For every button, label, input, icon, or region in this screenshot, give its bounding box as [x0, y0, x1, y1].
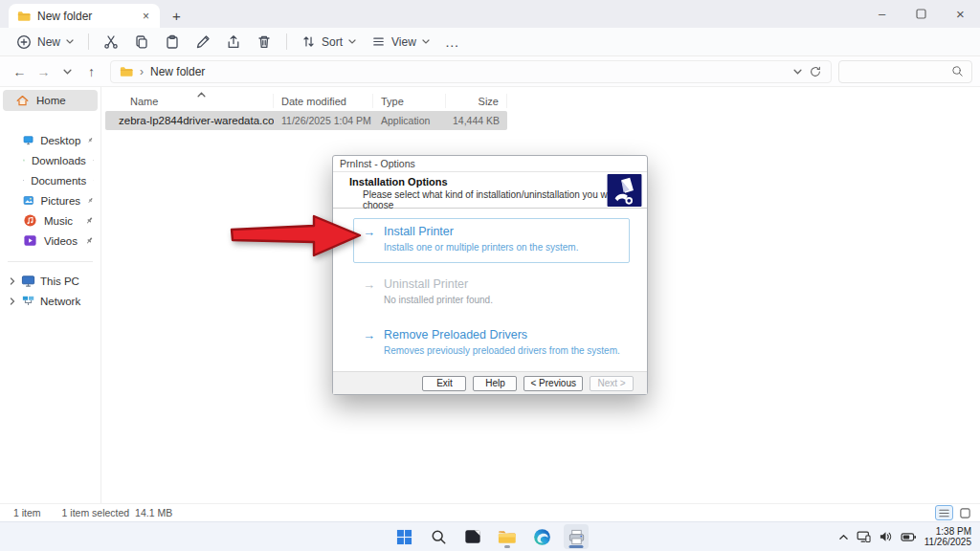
exit-button[interactable]: Exit — [422, 376, 466, 391]
sidebar-divider — [8, 261, 93, 262]
column-header-size[interactable]: Size — [446, 94, 507, 108]
sidebar-item-pictures[interactable]: Pictures — [3, 190, 98, 210]
chevron-down-icon — [348, 39, 356, 44]
taskbar-search-button[interactable] — [426, 524, 451, 549]
share-button[interactable] — [218, 31, 249, 54]
taskbar-prninst-button[interactable] — [564, 524, 589, 549]
column-header-date-modified[interactable]: Date modified — [274, 94, 373, 108]
rename-button[interactable] — [188, 31, 218, 54]
taskbar-edge-button[interactable] — [529, 524, 554, 549]
column-label: Date modified — [281, 96, 346, 107]
recent-locations-button[interactable] — [56, 59, 79, 83]
music-icon — [23, 213, 37, 228]
breadcrumb[interactable]: › New folder — [110, 60, 832, 83]
dialog-title-bar[interactable]: PrnInst - Options — [333, 156, 647, 172]
dialog-footer: Exit Help < Previous Next > — [333, 371, 647, 394]
column-header-type[interactable]: Type — [373, 94, 446, 108]
edge-browser-icon — [533, 528, 551, 546]
paste-button[interactable] — [157, 31, 188, 54]
arrow-right-icon: → — [363, 328, 375, 356]
cut-button[interactable] — [96, 31, 126, 54]
pin-icon — [87, 196, 94, 205]
sidebar-item-videos[interactable]: Videos — [3, 231, 98, 251]
file-size-cell: 14,444 KB — [446, 115, 507, 126]
more-icon: … — [445, 38, 459, 46]
plus-circle-icon — [16, 34, 32, 50]
clock-time: 1:38 PM — [924, 526, 971, 537]
battery-icon[interactable] — [901, 531, 917, 543]
option-remove-preloaded-drivers[interactable]: → Remove Preloaded Drivers Removes previ… — [363, 328, 620, 356]
display-icon[interactable] — [857, 530, 871, 543]
arrow-right-icon: → — [363, 225, 375, 253]
view-toggles — [935, 505, 974, 520]
breadcrumb-item[interactable]: New folder — [150, 65, 205, 78]
system-tray: 1:38 PM 11/26/2025 — [838, 522, 971, 551]
clock-date: 11/26/2025 — [924, 537, 971, 547]
volume-icon[interactable] — [879, 530, 893, 543]
sidebar-item-downloads[interactable]: Downloads — [3, 150, 98, 170]
back-button[interactable]: ← — [8, 59, 32, 83]
search-icon — [951, 65, 964, 77]
sidebar-item-documents[interactable]: Documents — [3, 170, 98, 190]
view-button[interactable]: View — [364, 31, 437, 53]
sidebar-item-music[interactable]: Music — [3, 210, 98, 231]
start-button[interactable] — [391, 524, 416, 549]
help-button[interactable]: Help — [473, 376, 517, 391]
previous-button[interactable]: < Previous — [523, 376, 583, 391]
chevron-down-icon — [422, 39, 430, 44]
sidebar-label: Downloads — [32, 155, 86, 166]
chevron-right-icon[interactable] — [9, 277, 16, 285]
pin-icon — [93, 156, 94, 165]
column-header-name[interactable]: Name — [105, 94, 274, 108]
new-button[interactable]: New — [9, 31, 81, 54]
arrow-right-icon: → — [363, 277, 375, 305]
address-dropdown-icon[interactable] — [793, 69, 802, 75]
up-button[interactable]: ↑ — [79, 59, 103, 83]
view-icon — [371, 34, 386, 49]
pin-icon — [93, 176, 94, 185]
delete-button[interactable] — [249, 31, 279, 54]
folder-icon — [120, 66, 133, 77]
sort-ascending-icon — [197, 92, 206, 98]
taskbar: 1:38 PM 11/26/2025 — [0, 521, 980, 551]
toolbar-divider — [286, 33, 287, 50]
maximize-button[interactable] — [902, 0, 941, 28]
share-icon — [226, 34, 241, 50]
minimize-button[interactable]: – — [862, 0, 902, 28]
large-icons-view-toggle[interactable] — [956, 505, 974, 520]
taskbar-file-explorer-button[interactable] — [495, 524, 520, 549]
taskbar-center — [0, 522, 980, 551]
crumb-separator-icon: › — [140, 65, 144, 78]
file-row-selected[interactable]: zebra-lp2844driver-waredata.com 11/26/20… — [105, 111, 507, 130]
sidebar-item-desktop[interactable]: Desktop — [3, 130, 98, 150]
explorer-tab[interactable]: New folder × — [9, 4, 160, 28]
forward-button[interactable]: → — [32, 59, 56, 83]
tab-close-icon[interactable]: × — [141, 10, 151, 23]
copy-button[interactable] — [126, 31, 157, 54]
sort-icon — [301, 34, 316, 49]
new-tab-button[interactable]: + — [172, 8, 181, 24]
sidebar-item-home[interactable]: Home — [3, 90, 98, 111]
tray-chevron-up-icon[interactable] — [838, 533, 849, 541]
sidebar-item-this-pc[interactable]: This PC — [3, 271, 98, 291]
close-button[interactable]: × — [941, 0, 980, 28]
sort-button[interactable]: Sort — [294, 31, 364, 53]
option-description: Installs one or multiple printers on the… — [384, 242, 578, 253]
file-name-cell: zebra-lp2844driver-waredata.com — [105, 115, 274, 127]
file-explorer-icon — [498, 529, 517, 545]
option-label[interactable]: Install Printer — [384, 225, 578, 239]
chevron-right-icon[interactable] — [9, 298, 16, 305]
refresh-icon[interactable] — [809, 65, 822, 78]
sidebar-label: Home — [36, 95, 66, 106]
option-label[interactable]: Remove Preloaded Drivers — [384, 328, 620, 342]
taskbar-app-button[interactable] — [460, 524, 485, 549]
details-view-toggle[interactable] — [935, 505, 953, 520]
copy-icon — [134, 34, 149, 50]
videos-icon — [23, 233, 37, 248]
desktop-icon — [23, 133, 33, 147]
taskbar-clock[interactable]: 1:38 PM 11/26/2025 — [924, 526, 971, 547]
option-install-printer[interactable]: → Install Printer Installs one or multip… — [363, 225, 578, 253]
sidebar-item-network[interactable]: Network — [3, 291, 98, 311]
search-input[interactable] — [838, 60, 972, 83]
more-options-button[interactable]: … — [437, 34, 467, 50]
